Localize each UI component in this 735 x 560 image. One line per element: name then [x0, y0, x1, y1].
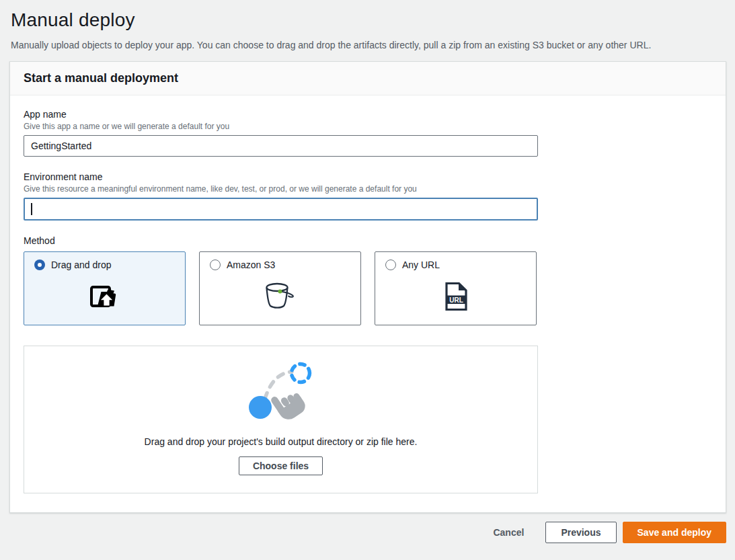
environment-name-label: Environment name [24, 171, 538, 182]
method-label: Method [24, 235, 712, 246]
manual-deploy-page: Manual deploy Manually upload objects to… [0, 0, 735, 543]
footer-actions: Cancel Previous Save and deploy [9, 522, 726, 543]
drag-and-drop-zone[interactable]: Drag and drop your project's build outpu… [24, 346, 538, 493]
radio-unselected-icon[interactable] [210, 259, 221, 270]
panel-header: Start a manual deployment [10, 62, 726, 95]
dropzone-instruction: Drag and drop your project's build outpu… [145, 436, 418, 447]
url-file-icon: URL [385, 270, 526, 319]
s3-bucket-icon [210, 270, 350, 319]
environment-name-field-group: Environment name Give this resource a me… [24, 171, 538, 221]
method-option-label: Amazon S3 [227, 259, 275, 270]
method-card-drag-and-drop[interactable]: Drag and drop [24, 251, 186, 325]
method-card-any-url[interactable]: Any URL URL [375, 251, 537, 325]
method-field-group: Method Drag and drop [24, 235, 712, 325]
radio-selected-icon[interactable] [34, 259, 45, 270]
folder-upload-icon [34, 270, 175, 319]
save-and-deploy-button[interactable]: Save and deploy [623, 522, 726, 543]
app-name-input[interactable] [24, 135, 538, 157]
method-option-label: Drag and drop [51, 259, 112, 270]
previous-button[interactable]: Previous [545, 522, 616, 543]
panel-body: App name Give this app a name or we will… [10, 95, 726, 512]
page-description: Manually upload objects to deploy your a… [11, 39, 726, 51]
text-cursor [31, 203, 32, 215]
app-name-label: App name [24, 109, 538, 120]
app-name-helper: Give this app a name or we will generate… [24, 122, 538, 131]
page-title: Manual deploy [11, 9, 726, 31]
environment-name-helper: Give this resource a meaningful environm… [24, 184, 538, 194]
manual-deployment-panel: Start a manual deployment App name Give … [9, 61, 726, 513]
app-name-field-group: App name Give this app a name or we will… [24, 109, 538, 157]
drag-drop-illustration-icon [238, 354, 324, 427]
method-card-amazon-s3[interactable]: Amazon S3 [199, 251, 361, 325]
cancel-button[interactable]: Cancel [485, 523, 532, 542]
method-options: Drag and drop A [24, 251, 712, 325]
radio-unselected-icon[interactable] [385, 259, 396, 270]
method-option-label: Any URL [402, 259, 440, 270]
environment-name-input[interactable] [24, 198, 538, 221]
svg-text:URL: URL [449, 296, 463, 303]
panel-title: Start a manual deployment [24, 71, 712, 85]
choose-files-button[interactable]: Choose files [239, 456, 323, 475]
